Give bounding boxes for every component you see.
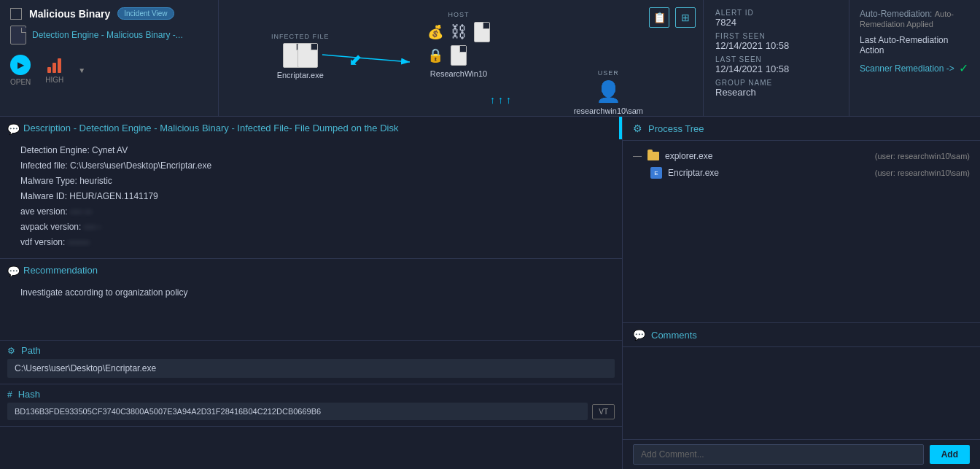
infected-label: Infected file: <box>20 160 68 171</box>
detection-link[interactable]: Detection Engine - Malicious Binary -... <box>10 26 208 44</box>
app-icon: E <box>650 167 662 179</box>
recommendation-text: Investigate according to organization po… <box>20 286 615 299</box>
infected-line: Infected file: C:\Users\user\Desktop\Enc… <box>20 159 615 172</box>
group-name-value: Research <box>715 87 837 98</box>
avpack-label: avpack version: <box>20 222 81 232</box>
host-name: ResearchWin10 <box>430 69 487 78</box>
description-body: Detection Engine: Cynet AV Infected file… <box>0 139 622 258</box>
recommendation-icon: 💬 <box>7 265 18 276</box>
malware-type-label: Malware Type: <box>20 176 77 186</box>
encriptar-name: Encriptar.exe <box>668 168 719 178</box>
page-title: Malicious Binary <box>29 8 110 20</box>
malware-type-line: Malware Type: heuristic <box>20 174 615 187</box>
avpack-line: avpack version: ····· · <box>20 220 615 233</box>
cyan-bar-indicator <box>619 117 622 139</box>
process-tree-body: — explorer.exe (user: researchwin10\sam)… <box>623 141 980 189</box>
hash-section: # Hash BD136B3FDE933505CF3740C3800A5007E… <box>0 384 622 427</box>
folder-icon <box>648 152 659 160</box>
incident-visualization: INFECTED FILE Encriptar.exe ⬇ HOST 💰 ⛓ <box>264 11 658 106</box>
hash-title: Hash <box>18 389 40 400</box>
document-icon <box>10 26 26 44</box>
hash-value: BD136B3FDE933505CF3740C3800A5007E3A94A2D… <box>7 403 588 420</box>
process-tree-row-explorer: — explorer.exe (user: researchwin10\sam) <box>633 148 970 164</box>
malware-id-value: HEUR/AGEN.1141179 <box>69 191 158 201</box>
process-tree-header: ⚙ Process Tree <box>623 117 980 141</box>
alert-id-label: ALERT ID <box>715 9 837 17</box>
open-label: OPEN <box>10 78 31 86</box>
recommendation-body: Investigate according to organization po… <box>0 282 622 340</box>
description-header: 💬 Description - Detection Engine - Malic… <box>0 117 622 139</box>
lock-icon: 🔒 <box>424 44 446 66</box>
chain-icon: ⛓ <box>448 21 470 43</box>
checkbox-icon[interactable] <box>10 8 22 20</box>
avpack-value: ····· · <box>84 222 101 232</box>
description-title: Description - Detection Engine - Malicio… <box>23 123 398 133</box>
open-button[interactable]: ▶ OPEN <box>10 55 31 86</box>
user-avatar-icon: 👤 <box>596 80 621 104</box>
comments-title: Comments <box>651 330 697 341</box>
description-section: 💬 Description - Detection Engine - Malic… <box>0 117 622 259</box>
file-doc-2-icon <box>298 43 318 68</box>
ave-label: ave version: <box>20 206 68 217</box>
high-button[interactable]: HIGH <box>45 57 63 84</box>
left-panel: 💬 Description - Detection Engine - Malic… <box>0 117 623 469</box>
comments-body <box>623 347 980 439</box>
path-section: ⚙ Path C:\Users\user\Desktop\Encriptar.e… <box>0 341 622 384</box>
path-icon: ⚙ <box>7 346 15 356</box>
process-tree-row-encriptar: E Encriptar.exe (user: researchwin10\sam… <box>633 164 970 182</box>
up-arrows: ↑ ↑ ↑ <box>490 94 511 106</box>
path-title: Path <box>21 345 41 356</box>
explorer-user: (user: researchwin10\sam) <box>875 152 970 160</box>
file-small-icon <box>474 22 490 42</box>
first-seen-label: FIRST SEEN <box>715 32 837 40</box>
auto-remediation-label: Auto-Remediation: <box>860 9 932 19</box>
recommendation-title: Recommendation <box>23 265 98 276</box>
grid-icon-button[interactable]: ⊞ <box>675 7 696 28</box>
malware-id-line: Malware ID: HEUR/AGEN.1141179 <box>20 190 615 203</box>
hash-value-row: BD136B3FDE933505CF3740C3800A5007E3A94A2D… <box>7 403 615 420</box>
severity-bar-icon <box>47 57 61 73</box>
ave-value: ····· ··· <box>70 206 92 217</box>
add-comment-button[interactable]: Add <box>930 445 970 464</box>
recommendation-header: 💬 Recommendation <box>0 259 622 282</box>
up-arrow-2: ↑ <box>498 94 503 106</box>
tree-minus-icon: — <box>633 151 642 161</box>
clipboard-icon-button[interactable]: 📋 <box>649 7 669 28</box>
hash-label-row: # Hash <box>7 389 615 400</box>
add-comment-input[interactable] <box>633 444 924 465</box>
file-small-2-icon <box>451 45 467 66</box>
last-seen-item: LAST SEEN 12/14/2021 10:58 <box>715 55 837 74</box>
chevron-down-icon[interactable]: ▼ <box>78 66 85 74</box>
comments-icon: 💬 <box>633 329 645 341</box>
encriptar-user: (user: researchwin10\sam) <box>875 168 970 177</box>
engine-label: Detection Engine: <box>20 145 90 155</box>
last-seen-label: LAST SEEN <box>715 55 837 63</box>
malware-id-label: Malware ID: <box>20 191 67 201</box>
vdf-label: vdf version: <box>20 237 65 247</box>
top-action-icons: 📋 ⊞ <box>649 7 696 28</box>
malware-type-value: heuristic <box>79 176 112 186</box>
path-label-row: ⚙ Path <box>7 345 615 356</box>
infected-file-label: INFECTED FILE <box>271 33 330 40</box>
last-seen-value: 12/14/2021 10:58 <box>715 63 837 74</box>
ave-line: ave version: ····· ··· <box>20 205 615 218</box>
usb-arrow-icon: ⬇ <box>343 49 365 71</box>
user-label: USER <box>598 69 619 77</box>
first-seen-value: 12/14/2021 10:58 <box>715 40 837 51</box>
first-seen-item: FIRST SEEN 12/14/2021 10:58 <box>715 32 837 51</box>
infected-value: C:\Users\user\Desktop\Encriptar.exe <box>70 160 211 171</box>
incident-badge: Incident View <box>117 7 174 20</box>
process-tree-title: Process Tree <box>648 123 704 134</box>
scanner-remediation-link[interactable]: Scanner Remediation -> ✓ <box>860 61 970 75</box>
vt-button[interactable]: VT <box>592 404 615 419</box>
vdf-line: vdf version: ········· <box>20 236 615 249</box>
check-icon: ✓ <box>959 61 968 75</box>
alert-id-value: 7824 <box>715 17 837 28</box>
file-host-icon-2 <box>448 44 470 66</box>
infected-file-name: Encriptar.exe <box>277 71 324 80</box>
high-label: HIGH <box>45 76 63 84</box>
group-name-label: GROUP NAME <box>715 79 837 87</box>
comments-section: 💬 Comments Add <box>623 323 980 469</box>
comments-footer: Add <box>623 439 980 469</box>
engine-line: Detection Engine: Cynet AV <box>20 144 615 157</box>
